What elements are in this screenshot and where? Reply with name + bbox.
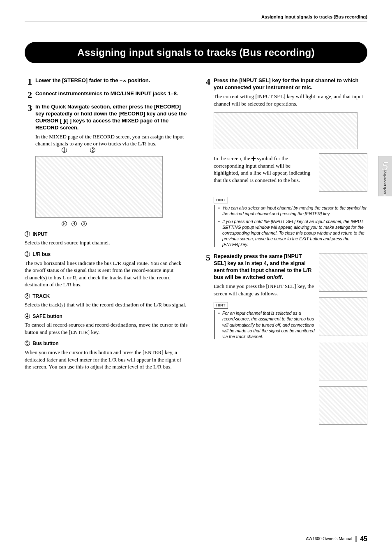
sub-body: To cancel all record-sources and record-…	[25, 321, 189, 336]
bus-state-figure	[319, 386, 367, 425]
hint-label: HINT	[214, 197, 228, 203]
sub-body: Selects the record-source input channel.	[25, 239, 189, 246]
sub-head: Bus button	[32, 341, 58, 346]
sub-head: L/R bus	[32, 251, 51, 257]
callout-3: 3	[81, 221, 87, 226]
hint-label: HINT	[214, 302, 228, 309]
figure-callouts-bottom: 5 4 3	[62, 221, 189, 226]
hint-2: HINT For an input channel that is select…	[214, 301, 315, 339]
circled-num: 1	[25, 231, 30, 237]
sub-input: 1 INPUT Selects the record-source input …	[25, 230, 189, 246]
product-name: AW1600 Owner's Manual	[306, 536, 353, 542]
step-label: Repeatedly press the same [INPUT SEL] ke…	[214, 253, 315, 281]
sub-bus: 5 Bus button When you move the cursor to…	[25, 340, 189, 370]
step-2: 2 Connect instruments/mics to MIC/LINE I…	[25, 90, 189, 99]
sub-head: SAFE button	[32, 313, 62, 319]
step-1: 1 Lower the [STEREO] fader to the –∞ pos…	[25, 77, 189, 86]
chapter-label: Track recording	[383, 170, 387, 196]
step-5: 5 Repeatedly press the same [INPUT SEL] …	[203, 253, 367, 425]
step-number: 5	[203, 253, 210, 425]
step5-figure-stack	[319, 253, 367, 425]
sub-body: The two horizontal lines indicate the bu…	[25, 260, 189, 288]
step-4: 4 Press the [INPUT SEL] key for the inpu…	[203, 77, 367, 107]
step4-body2a: In the screen, the	[214, 155, 251, 161]
record-screen-figure	[35, 156, 163, 218]
sub-lrbus: 2 L/R bus The two horizontal lines indic…	[25, 251, 189, 288]
circled-num: 3	[25, 293, 30, 299]
page-number: 45	[360, 534, 367, 543]
hint-item: You can also select an input channel by …	[218, 205, 367, 216]
sub-body: When you move the cursor to this button …	[25, 349, 189, 371]
sub-head: INPUT	[32, 231, 47, 237]
step4-body2: In the screen, the symbol for the corres…	[214, 155, 314, 184]
step-label: Lower the [STEREO] fader to the –∞ posit…	[35, 77, 150, 84]
callout-5: 5	[62, 221, 67, 226]
figure-callouts-top: 1 2	[62, 147, 189, 153]
left-column: 1 Lower the [STEREO] fader to the –∞ pos…	[25, 75, 189, 425]
sub-body: Selects the track(s) that will be the re…	[25, 301, 189, 309]
sub-head: TRACK	[32, 293, 50, 299]
step-label: Press the [INPUT SEL] key for the input …	[214, 77, 367, 91]
step-body: In the MIXED page of the RECORD screen, …	[35, 133, 189, 147]
right-column: 4 Press the [INPUT SEL] key for the inpu…	[203, 75, 367, 425]
step-label: In the Quick Navigate section, either pr…	[35, 104, 189, 131]
step3-label-text: In the Quick Navigate section, either pr…	[35, 104, 187, 131]
step-label: Connect instruments/mics to MIC/LINE INP…	[35, 90, 178, 97]
page-footer: AW1600 Owner's Manual 45	[306, 534, 368, 543]
plus-node-icon	[251, 157, 256, 161]
hint-item: If you press and hold the [INPUT SEL] ke…	[218, 219, 367, 248]
footer-divider	[355, 536, 357, 542]
sub-track: 3 TRACK Selects the track(s) that will b…	[25, 292, 189, 309]
input-bus-figure	[319, 153, 367, 192]
step-3: 3 In the Quick Navigate section, either …	[25, 104, 189, 147]
hint-item: For an input channel that is selected as…	[218, 310, 315, 339]
bus-state-figure	[319, 253, 367, 292]
page-title: Assigning input signals to tracks (Bus r…	[25, 42, 367, 63]
bus-state-figure	[319, 297, 367, 336]
circled-num: 2	[25, 251, 30, 257]
callout-1: 1	[62, 147, 67, 153]
chapter-tab: 5 Track recording	[378, 156, 392, 196]
circled-num: 4	[25, 313, 30, 319]
step-body: Each time you press the [INPUT SEL] key,…	[214, 283, 315, 297]
input-strip-figure	[214, 112, 357, 149]
step-number: 1	[25, 77, 32, 86]
callout-4: 4	[71, 221, 77, 226]
running-head: Assigning input signals to tracks (Bus r…	[25, 14, 367, 21]
step-number: 3	[25, 104, 32, 147]
step-number: 2	[25, 90, 32, 99]
bus-state-figure	[319, 342, 367, 380]
hint-1: HINT You can also select an input channe…	[214, 196, 367, 247]
step-number: 4	[203, 77, 210, 107]
step-body: The current setting [INPUT SEL] key will…	[214, 93, 367, 107]
callout-2: 2	[90, 147, 95, 153]
sub-safe: 4 SAFE button To cancel all record-sourc…	[25, 313, 189, 336]
circled-num: 5	[25, 341, 30, 346]
